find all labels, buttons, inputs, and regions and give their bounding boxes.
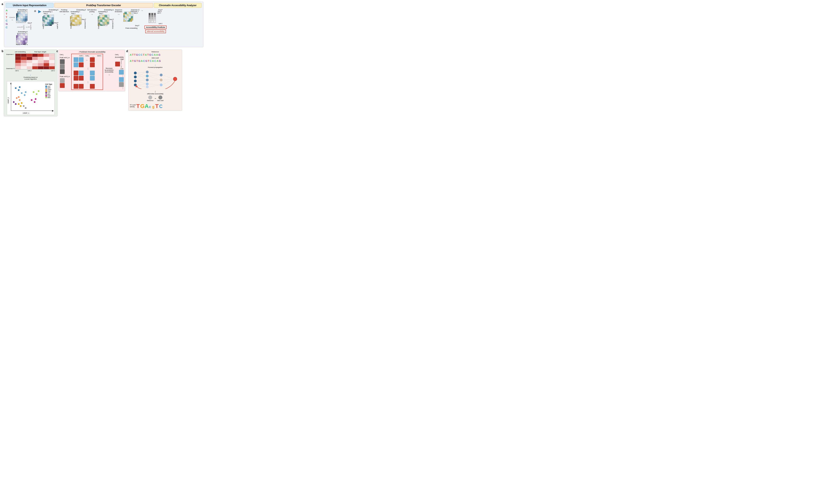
panel-d-label: d <box>126 50 128 53</box>
peak-sets-left: Cell j Peak set A_m Peak set B_m <box>60 54 70 90</box>
svg-text:T: T <box>136 103 140 109</box>
svg-point-5 <box>146 75 149 77</box>
svg-line-17 <box>137 76 146 77</box>
svg-line-22 <box>149 72 160 75</box>
header-chromatin: Chromatin Accessibility Analyzer <box>154 3 201 8</box>
dna-c: C <box>6 19 8 22</box>
self-attn-pool-label: Self-attentionpooling <box>87 9 96 13</box>
diff-circles: Reference − With motif <box>130 95 181 101</box>
cell-j-col: Cell j <box>84 55 90 57</box>
umap-legend: Cell Type HSC MPP LMPP CMP CLP pDC GMP M… <box>45 83 52 98</box>
ref-label2: Reference <box>147 100 153 101</box>
panel-a-label: a <box>2 2 3 6</box>
svg-text:g: g <box>152 105 154 109</box>
combine-arrow: ▶ <box>38 9 41 14</box>
clustering-label: Clustering based onLouvain algorithm <box>23 76 38 80</box>
heatmap-header: cell embedding ↓ final layer weight <box>15 51 46 53</box>
panel-c: ↓ Predicted chromatin accessibility Cell… <box>58 50 125 91</box>
predictor-section: Seq P Seq 1 cell 1 <box>144 9 166 33</box>
high-label: High <box>120 58 124 60</box>
network-svg <box>131 69 179 89</box>
heatmap-x-labels: cell 1 cell 2 → cell C <box>15 69 55 72</box>
umap-x-label: UMAP_1 <box>23 112 29 114</box>
svg-line-13 <box>137 72 146 73</box>
panel-b: cell embedding ↓ final layer weight Gram… <box>4 50 57 116</box>
panel-d: Reference A T T G C C T A T G C A A G <box>128 50 182 111</box>
svg-line-23 <box>149 75 160 76</box>
inferred-accessibility-box: Inferred accessibility <box>145 30 166 33</box>
seq-p-top: Seq P <box>28 22 32 24</box>
svg-line-24 <box>149 76 160 80</box>
grammar-cube-2: Embedding K Embedding 1 Seq 1 <box>98 9 114 29</box>
embedding-cubes: Embedding K Embedding 1 Seq 1 <box>16 9 32 46</box>
cell-j-header: Cell j <box>60 54 70 55</box>
dna-g: G <box>6 22 8 25</box>
panel-a-flow: A T T C G C Conv1d → <box>6 9 201 46</box>
grammar-cube-1: Embedding K Embedding 1 Seq 1 <box>70 9 86 29</box>
accessibility-predictor: Accessibility Predictor <box>144 25 166 29</box>
probdep-arrow-section: ProbDepSelf-attention → <box>59 9 69 16</box>
svg-text:C: C <box>159 104 162 109</box>
grammar-1-label: Grammar 1 <box>6 54 15 55</box>
grid-rows: ... <box>72 57 102 89</box>
conv1d-text: Conv1d <box>9 17 15 18</box>
with-motif-label: With motif <box>130 57 181 59</box>
plus-sign: + <box>34 9 36 14</box>
svg-point-11 <box>160 84 163 86</box>
to-predictor-arrow: → <box>140 9 143 12</box>
motif-embedding-cube: Embedding K Embedding 1 Seq 1 <box>16 9 32 24</box>
svg-point-3 <box>134 84 137 86</box>
heatmap-grid: cell 1 cell 2 → cell C <box>15 54 55 72</box>
svg-line-19 <box>137 81 146 84</box>
self-attn-pool-section: Self-attentionpooling → <box>87 9 96 16</box>
svg-point-12 <box>173 77 177 81</box>
neural-network <box>130 69 181 89</box>
peak-set-am-label: Peak set A_m <box>60 57 70 58</box>
emb-k-label: Embedding K <box>18 9 28 11</box>
minus-label: − <box>155 97 156 100</box>
pos-labels: Pos 1 → Pos N <box>16 44 28 45</box>
cell-1-col: Cell 1 <box>78 55 84 57</box>
recovery-label: Recoveryby predictedaccessibility <box>105 67 113 73</box>
accessibility-label: Accessibility <box>115 56 124 58</box>
grammar-g-label: Grammar G <box>6 68 15 69</box>
pos-embedding-cube: Embedding K Embedding 1 <box>16 31 32 46</box>
cell-j-right: Cell j <box>115 54 124 55</box>
umap-plot: ▲ ▶ UMAP_2 UMAP_1 <box>7 81 54 115</box>
cell-2-label: cell 2 <box>28 70 31 72</box>
reference-seq: A T T G C C T A T G C A A G <box>130 53 181 56</box>
main-grid-box: Cell 1 Cell j ... Cell C <box>71 54 103 90</box>
with-motif-seq: A T G T G A C G T C A C A G <box>130 59 181 62</box>
svg-point-0 <box>134 72 137 74</box>
svg-text:A: A <box>145 103 149 109</box>
cell-embedding-label: cell embedding <box>15 51 26 53</box>
svg-point-10 <box>160 79 163 81</box>
figure-container: a Uniform Input Representation ProbDep T… <box>0 0 205 118</box>
motif-arrows: ▼ motif 1 ▼ motif N <box>17 25 32 30</box>
reference-label: Reference <box>130 51 181 53</box>
output-cubes: Seq P Seq 1 cell 1 <box>149 9 163 25</box>
svg-text:c: c <box>149 105 151 109</box>
low-label: Low <box>120 68 123 70</box>
svg-line-18 <box>137 80 146 81</box>
tf-motif-label: TF motifactivity <box>130 104 135 108</box>
svg-line-28 <box>163 75 173 79</box>
motif-logo: T G A c g T C <box>136 102 162 109</box>
svg-text:T: T <box>155 103 159 109</box>
seq-embedder-label: SequenceEmbedder <box>115 9 122 13</box>
panel-a: Uniform Input Representation ProbDep Tra… <box>4 2 203 47</box>
dna-c2: C <box>6 26 8 29</box>
forward-prop-section: ↓ Forward propagation <box>130 63 181 68</box>
svg-point-7 <box>146 83 149 85</box>
heatmap-y-labels: Grammar 1 Grammar G <box>6 54 15 69</box>
cell-c-label: cell C <box>51 70 55 72</box>
seq-embedder-section: SequenceEmbedder → <box>115 9 122 16</box>
panel-b-label: b <box>2 50 3 53</box>
svg-point-6 <box>146 79 149 81</box>
col-headers: Cell 1 Cell j ... Cell C <box>72 55 102 57</box>
svg-point-9 <box>160 74 163 76</box>
emb-k-pos: Embedding K <box>18 31 28 33</box>
output-section: Grammar G Grammar 1 Seq 1 <box>123 9 139 29</box>
svg-line-21 <box>137 85 146 87</box>
probdep-self-attn-label: ProbDepSelf-attention <box>59 9 69 13</box>
